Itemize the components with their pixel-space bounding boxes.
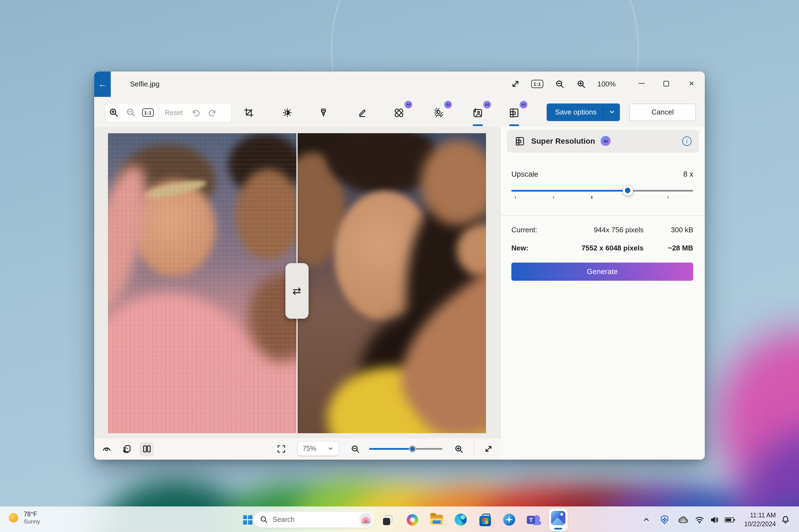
upscale-slider[interactable] <box>511 190 693 192</box>
title-bar: ← Selfie.jpg 1:1 100% × <box>94 71 705 97</box>
taskbar-sync-app[interactable] <box>502 512 516 527</box>
reset-button[interactable]: Reset <box>160 109 187 116</box>
current-label: Current: <box>511 225 559 234</box>
viewer-bottom-bar: 75% <box>94 438 501 459</box>
fit-window-button[interactable] <box>507 76 524 92</box>
current-pixels: 944x 756 pixels <box>559 225 658 234</box>
viewer-zoom-slider[interactable] <box>369 448 442 450</box>
info-button[interactable]: i <box>682 136 692 146</box>
save-options-button[interactable]: Save options <box>547 103 620 121</box>
background-tool-button[interactable]: AI <box>430 104 447 121</box>
viewer-zoom-out-button[interactable] <box>348 442 363 456</box>
enhance-active-indicator <box>473 124 483 126</box>
markup-tool-button[interactable] <box>354 104 370 121</box>
zoom-out-button[interactable] <box>551 76 568 92</box>
minimize-icon <box>638 83 644 84</box>
editor-body: ⇄ <box>94 127 705 459</box>
filter-brush-icon <box>319 108 328 117</box>
photos-app-icon <box>551 511 565 525</box>
adjust-tool-button[interactable] <box>279 104 295 121</box>
clock-widget[interactable]: 11:11 AM 10/22/2024 <box>744 511 776 528</box>
file-explorer-icon <box>430 515 443 525</box>
viewer-zoom-dropdown[interactable]: 75% <box>297 441 339 456</box>
viewer-zoom-slider-thumb[interactable] <box>409 445 416 452</box>
taskbar-edge[interactable] <box>454 512 468 527</box>
task-view-button[interactable] <box>381 512 395 527</box>
spot-fix-icon <box>394 107 404 118</box>
canvas-zoom-in-button[interactable] <box>105 104 122 121</box>
save-options-dropdown[interactable] <box>603 109 620 115</box>
preview-toggle-button[interactable] <box>99 442 113 456</box>
redo-button[interactable] <box>204 104 221 121</box>
actual-size-button[interactable]: 1:1 <box>529 76 546 92</box>
chevron-up-icon <box>642 516 650 524</box>
ai-badge: AI <box>483 100 491 108</box>
compare-copy-button[interactable] <box>120 442 134 456</box>
taskbar-file-explorer[interactable] <box>429 512 443 527</box>
super-resolution-tool-button[interactable]: AI <box>506 104 522 121</box>
split-view-icon <box>142 444 151 454</box>
spot-fix-tool-button[interactable]: AI <box>391 104 407 121</box>
battery-icon <box>724 517 734 522</box>
back-button[interactable]: ← <box>94 71 111 97</box>
bottom-bar-divider <box>474 441 474 455</box>
chevron-down-icon <box>609 109 615 115</box>
cancel-button[interactable]: Cancel <box>629 103 696 121</box>
tray-onedrive[interactable] <box>676 512 690 527</box>
teams-icon: T <box>527 514 540 525</box>
microsoft-store-icon <box>479 515 491 526</box>
canvas-actual-size-button[interactable]: 1:1 <box>140 104 157 121</box>
canvas-area: ⇄ <box>94 127 501 459</box>
taskbar-copilot[interactable] <box>405 512 419 527</box>
generate-button[interactable]: Generate <box>511 262 693 281</box>
tray-battery[interactable] <box>722 512 736 527</box>
panel-divider <box>501 215 705 215</box>
security-shield-icon <box>659 515 670 525</box>
tray-wifi[interactable] <box>692 512 706 527</box>
taskbar: 78°F Sunny Search <box>0 507 799 532</box>
before-after-swap-handle[interactable]: ⇄ <box>285 263 309 319</box>
fit-frame-icon <box>276 444 286 454</box>
undo-button[interactable] <box>187 104 204 121</box>
photos-app-window: ← Selfie.jpg 1:1 100% × <box>94 71 705 459</box>
ai-badge: AI <box>404 100 412 108</box>
taskbar-teams[interactable]: T <box>526 512 541 527</box>
taskbar-search[interactable]: Search <box>253 511 375 528</box>
photo-comparison-view: ⇄ <box>108 133 486 433</box>
filter-tool-button[interactable] <box>315 104 332 121</box>
fit-to-view-button[interactable] <box>274 442 288 456</box>
super-resolution-icon <box>515 136 525 146</box>
weather-widget[interactable]: 78°F Sunny <box>9 510 40 526</box>
close-button[interactable]: × <box>682 74 702 93</box>
erase-enhance-tool-button[interactable]: AI <box>470 104 486 121</box>
one-to-one-icon: 1:1 <box>142 109 154 117</box>
start-button[interactable] <box>240 512 255 527</box>
notification-bell-icon <box>781 515 790 524</box>
ai-badge: AI <box>444 100 452 108</box>
super-resolution-icon <box>509 107 520 118</box>
crop-tool-button[interactable] <box>240 104 257 121</box>
tray-date: 10/22/2024 <box>744 519 776 528</box>
current-size-row: Current: 944x 756 pixels 300 kB <box>511 225 693 234</box>
notification-center-button[interactable] <box>778 512 793 527</box>
markup-pencil-icon <box>357 107 367 118</box>
taskbar-photos-active[interactable] <box>549 508 567 531</box>
upscale-slider-thumb[interactable] <box>622 185 633 196</box>
toolbar-divider <box>158 107 159 119</box>
super-resolution-panel: Super Resolution AI i Upscale 8 x <box>501 127 705 459</box>
tray-volume[interactable] <box>707 512 721 527</box>
expand-diagonal-icon <box>484 445 492 453</box>
viewer-zoom-in-button[interactable] <box>452 442 466 456</box>
minimize-button[interactable] <box>632 74 651 93</box>
slider-tick <box>591 196 592 199</box>
tray-security[interactable] <box>657 512 672 527</box>
taskbar-store[interactable] <box>478 512 492 527</box>
fullscreen-button[interactable] <box>481 442 495 456</box>
maximize-button[interactable] <box>656 74 676 93</box>
back-arrow-icon: ← <box>98 79 107 89</box>
panel-title: Super Resolution <box>531 136 595 145</box>
zoom-in-button[interactable] <box>573 76 589 92</box>
tray-overflow-button[interactable] <box>639 512 654 527</box>
split-view-button[interactable] <box>140 442 154 456</box>
canvas-zoom-out-button[interactable] <box>122 104 140 121</box>
